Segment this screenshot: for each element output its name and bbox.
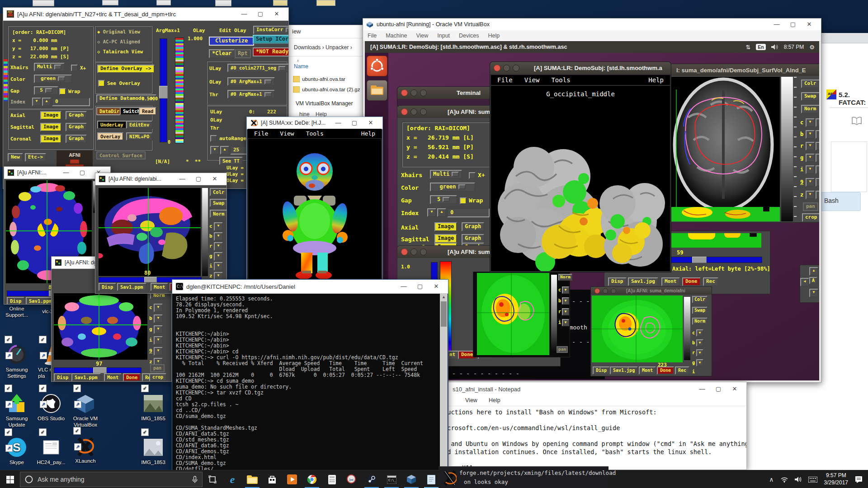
maximize-icon[interactable]: ▢ [710,383,726,395]
minimize-icon[interactable]: — [396,280,412,293]
volume-icon[interactable] [771,44,778,50]
down-arrow-button[interactable]: ▼ [806,154,815,162]
vm-clock[interactable]: 8:57 PM [784,44,804,50]
close-icon[interactable] [494,65,500,71]
up-arrow-button[interactable]: ▲ [816,154,819,162]
etc-button[interactable]: Etc-> [25,153,46,162]
desktop-icon-online-support[interactable]: Online Support... [0,305,34,319]
desktop-icon-obs-studio[interactable]: ✓↗ OBS Studio [33,380,69,422]
disp-button[interactable]: Disp [99,283,116,291]
checkbox-icon[interactable]: ✓ [5,336,12,343]
view-radio-off[interactable]: ◇ [97,49,103,54]
disp-button[interactable]: Disp [608,277,627,286]
desktop-icon-samsung-update[interactable]: ✓↗ Samsung Update [0,380,34,428]
up-arrow-button[interactable]: ▲ [816,178,819,187]
mri-slice-image[interactable] [670,77,780,221]
minimize-icon[interactable]: — [694,383,710,395]
see-tt-button[interactable]: See TT [219,157,243,165]
down-arrow-button[interactable]: ▼ [806,191,815,199]
index-field[interactable]: 0 [52,98,90,106]
up-arrow-button[interactable]: ▲ [816,165,819,174]
view-radio-off[interactable]: ◇ [97,39,103,44]
title-bar[interactable]: s10_afni_install - Notepad —▢✕ [435,382,746,396]
checkbox-icon[interactable]: ✓ [141,385,149,392]
sagittal-graph-button[interactable]: Graph [462,234,484,243]
menu-devices[interactable]: Devices [459,33,479,39]
new-button[interactable]: New [8,153,23,162]
save-button[interactable]: Sav1.ppm [26,297,55,305]
datadir-button[interactable]: DataDir [96,107,123,115]
colr-button[interactable]: Colr [801,80,819,88]
norm-button[interactable]: Norm [692,318,708,325]
close-icon[interactable]: ✕ [363,117,379,129]
sagittal-image-button[interactable]: Image [40,123,61,131]
minimize-icon[interactable]: — [236,8,252,20]
left-arrow-button[interactable]: ◄ [800,278,809,286]
menu-help[interactable]: Help [648,76,664,84]
minimize-icon[interactable]: — [769,18,785,31]
close-icon[interactable] [594,288,600,294]
checkbox-icon[interactable]: ✓ [73,385,81,392]
close-icon[interactable]: ✕ [269,8,285,20]
taskbar-explorer-icon[interactable] [242,470,262,488]
xming-x-icon[interactable] [443,470,457,486]
up-arrow-button[interactable]: ▲ [816,191,819,199]
checkbox-icon[interactable]: ✓ [5,428,12,436]
network-arrows-icon[interactable]: ⇅ [745,44,750,51]
olay-menu[interactable]: #0 ArgMax+1 [227,77,275,86]
axial-image-button[interactable]: Image [434,222,457,231]
index-up-button[interactable]: ▲ [437,208,446,217]
breadcrumb[interactable]: Downloads › Unpacker › [294,44,352,51]
menu-file[interactable]: File [368,33,377,39]
fmri-slice-image[interactable] [592,296,683,362]
swap-button[interactable]: Swap [210,199,227,207]
column-header-name[interactable]: Name [294,63,308,70]
title-bar[interactable]: [A] SUMA:xx: DeDe: [H.J... —▢✕ [247,117,382,129]
pan-button[interactable]: pan [803,202,818,211]
suma-canvas[interactable]: G_occipital_middle [491,86,670,271]
down-arrow-button[interactable]: ▼ [806,165,815,174]
menu-input[interactable]: Input [437,33,450,39]
crop-button[interactable]: crop [802,213,819,222]
down-arrow-button[interactable]: ▼ [806,142,815,150]
setup-icorr-button[interactable]: Setup ICorr [253,35,289,44]
down-arrow-button[interactable]: ▼ [806,118,815,127]
axial-image-button[interactable]: Image [40,111,61,120]
a-button[interactable]: A [809,277,817,284]
checkbox-icon[interactable]: ✓ [39,336,47,343]
down-arrow-button[interactable]: ▼ [809,289,818,297]
disp-button[interactable]: Disp [54,373,71,381]
threshold-slider[interactable] [160,38,167,142]
menu-view[interactable]: View [280,130,294,137]
read-button[interactable]: Read [139,107,156,115]
close-icon[interactable]: ✕ [801,18,817,31]
range-down-button[interactable]: ▼ [210,146,219,155]
close-icon[interactable] [401,108,408,115]
coronal-slice-image[interactable] [54,293,147,360]
maximize-icon[interactable]: ▢ [74,166,90,179]
xhairs-menu[interactable]: Multi [430,170,462,179]
pan-button[interactable]: pan [150,364,165,372]
checkbox-icon[interactable]: ✓ [39,428,47,436]
down-arrow-button[interactable]: ▼ [154,347,163,356]
mont-button[interactable]: Mont [104,373,122,381]
action-center-icon[interactable] [855,476,863,483]
swap-button[interactable]: Swap [801,92,819,101]
grayscale-bar[interactable] [684,297,690,360]
maximize-icon[interactable] [513,65,519,71]
desktop-icon-skype[interactable]: ✓↗ S Skype [0,424,34,465]
green-image-fragment[interactable] [661,233,761,248]
sagittal-slice-image[interactable] [99,188,201,276]
menu-tools[interactable]: Tools [551,76,570,84]
editenv-button[interactable]: EditEnv [126,121,152,129]
taskbar-steam-icon[interactable] [362,470,382,488]
up-arrow-button[interactable]: ▲ [816,118,819,127]
down-arrow-button[interactable]: ▼ [214,242,223,251]
checkbox-icon[interactable]: ✓ [73,427,81,435]
down-arrow-button[interactable]: ▼ [562,308,569,315]
wifi-icon[interactable] [780,476,788,483]
launcher-ubuntu-button[interactable] [367,56,387,76]
up-arrow-button[interactable]: ▲ [816,142,819,150]
maximize-icon[interactable]: ▢ [412,280,428,293]
task-view-button[interactable] [203,470,222,488]
